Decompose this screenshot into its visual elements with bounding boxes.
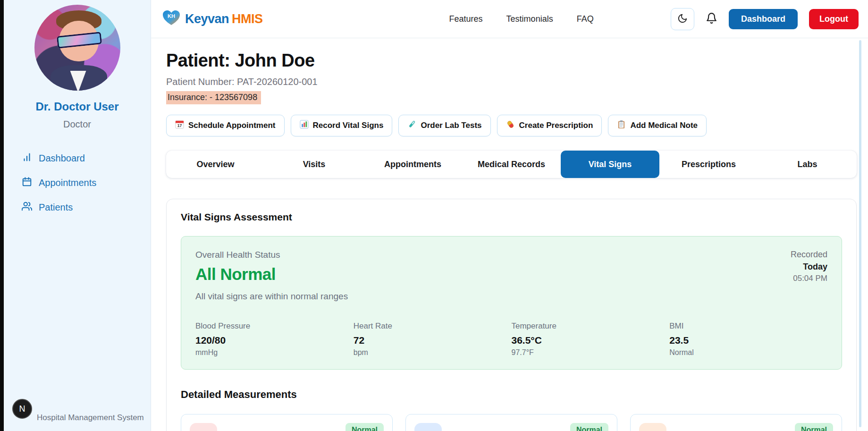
dashboard-button[interactable]: Dashboard: [729, 9, 798, 29]
svg-text:KH: KH: [168, 13, 175, 19]
quick-actions: 17 Schedule Appointment Record Vital Sig…: [166, 115, 857, 136]
sidebar-user-name: Dr. Doctor User: [35, 100, 118, 113]
status-value: All Normal: [195, 265, 348, 284]
patient-tabs: Overview Visits Appointments Medical Rec…: [166, 151, 857, 178]
navbar-controls: Dashboard Logout: [671, 8, 859, 30]
nav-link-testimonials[interactable]: Testimonials: [506, 14, 553, 24]
tab-medical-records[interactable]: Medical Records: [462, 151, 561, 178]
sidebar-footer-text: Hospital Management System: [37, 413, 144, 424]
tab-visits[interactable]: Visits: [265, 151, 363, 178]
metric-temperature: Temperature 36.5°C 97.7°F: [512, 321, 670, 357]
status-badge: Normal: [346, 423, 384, 431]
sidebar-nav: Dashboard Appointments Patients: [4, 149, 151, 217]
measurement-cards: Normal Normal Normal: [181, 414, 842, 431]
nav-link-faq[interactable]: FAQ: [577, 14, 594, 24]
nav-link-features[interactable]: Features: [449, 14, 483, 24]
sidebar-item-dashboard[interactable]: Dashboard: [22, 149, 151, 168]
sidebar-user-role: Doctor: [63, 119, 91, 130]
window-edge-strip: [0, 0, 4, 431]
logout-button[interactable]: Logout: [809, 9, 859, 29]
recorded-block: Recorded Today 05:04 PM: [791, 250, 827, 302]
metric-blood-pressure: Blood Pressure 120/80 mmHg: [195, 321, 354, 357]
notifications-button[interactable]: [706, 12, 717, 25]
metric-heart-rate: Heart Rate 72 bpm: [354, 321, 512, 357]
measurement-card: Normal: [630, 414, 842, 431]
sidebar-item-patients[interactable]: Patients: [22, 198, 151, 217]
create-prescription-button[interactable]: Create Prescription: [497, 115, 602, 136]
status-badge: Normal: [795, 423, 833, 431]
tab-vital-signs[interactable]: Vital Signs: [561, 151, 659, 178]
vital-signs-panel: Vital Signs Assessment Overall Health St…: [166, 199, 857, 431]
thermometer-icon: [639, 423, 666, 431]
test-tube-icon: [407, 120, 416, 131]
page-scrollbar[interactable]: [859, 40, 861, 427]
tab-labs[interactable]: Labs: [758, 151, 857, 178]
calendar-icon: [22, 177, 32, 189]
order-lab-tests-button[interactable]: Order Lab Tests: [398, 115, 490, 136]
n-badge[interactable]: N: [12, 399, 32, 419]
bar-chart-icon: [22, 152, 32, 165]
sidebar-item-label: Patients: [39, 202, 73, 213]
tab-appointments[interactable]: Appointments: [363, 151, 462, 178]
status-badge: Normal: [570, 423, 608, 431]
heart-logo-icon: KH: [162, 10, 180, 28]
page-title: Patient: John Doe: [166, 51, 857, 71]
top-navbar: KH KeyvanHMIS Features Testimonials FAQ: [151, 0, 868, 38]
tab-prescriptions[interactable]: Prescriptions: [659, 151, 758, 178]
vital-metrics: Blood Pressure 120/80 mmHg Heart Rate 72…: [195, 321, 827, 357]
schedule-appointment-button[interactable]: 17 Schedule Appointment: [166, 115, 285, 136]
tab-overview[interactable]: Overview: [166, 151, 265, 178]
health-status-panel: Overall Health Status All Normal All vit…: [181, 236, 842, 370]
recorded-time: 05:04 PM: [791, 274, 827, 283]
bar-chart-icon: [300, 120, 309, 131]
navbar-links: Features Testimonials FAQ: [449, 14, 594, 24]
sidebar-item-label: Appointments: [39, 177, 96, 188]
measurement-card: Normal: [181, 414, 393, 431]
droplet-icon: [414, 423, 442, 431]
insurance-text: Insurance: - 123567098: [166, 91, 261, 104]
status-label: Overall Health Status: [195, 250, 348, 260]
sidebar: Dr. Doctor User Doctor Dashboard Appoint…: [4, 0, 151, 431]
clipboard-icon: [617, 120, 626, 131]
patient-number: Patient Number: PAT-20260120-001: [166, 76, 857, 87]
sidebar-item-appointments[interactable]: Appointments: [22, 173, 151, 192]
status-description: All vital signs are within normal ranges: [195, 291, 348, 302]
recorded-day: Today: [791, 262, 827, 272]
users-icon: [22, 201, 32, 214]
add-medical-note-button[interactable]: Add Medical Note: [608, 115, 707, 136]
sidebar-item-label: Dashboard: [39, 153, 85, 164]
svg-text:17: 17: [177, 123, 182, 128]
sidebar-footer: N Hospital Management System: [4, 399, 151, 431]
doctor-avatar: [34, 5, 120, 91]
pill-icon: [506, 120, 515, 131]
bell-icon: [706, 12, 717, 25]
recorded-label: Recorded: [791, 250, 827, 260]
dark-mode-toggle[interactable]: [671, 8, 694, 30]
record-vital-signs-button[interactable]: Record Vital Signs: [291, 115, 393, 136]
status-block: Overall Health Status All Normal All vit…: [195, 250, 348, 302]
brand[interactable]: KH KeyvanHMIS: [162, 10, 263, 28]
main-content: Patient: John Doe Patient Number: PAT-20…: [151, 38, 868, 431]
measurement-card: Normal: [405, 414, 617, 431]
metric-bmi: BMI 23.5 Normal: [669, 321, 827, 357]
vital-signs-section-title: Vital Signs Assessment: [181, 211, 842, 223]
heart-icon: [190, 423, 217, 431]
brand-name: KeyvanHMIS: [185, 12, 263, 26]
calendar-icon: 17: [175, 120, 184, 131]
detailed-measurements-title: Detailed Measurements: [181, 389, 842, 401]
moon-icon: [677, 13, 688, 25]
